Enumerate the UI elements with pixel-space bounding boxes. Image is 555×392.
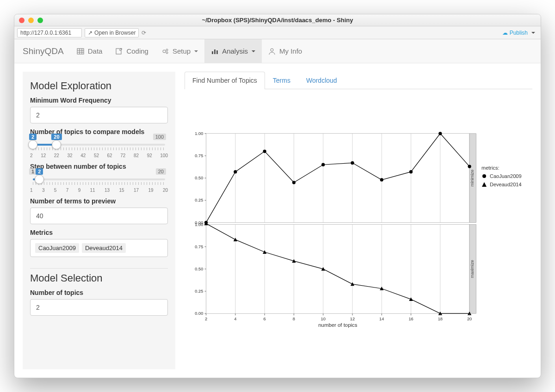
- tab-wordcloud[interactable]: Wordcloud: [298, 72, 345, 89]
- svg-text:0.50: 0.50: [195, 176, 203, 180]
- topics-chart: minimize0.000.250.500.751.00maximize0.00…: [185, 91, 481, 369]
- svg-rect-46: [206, 225, 470, 314]
- svg-point-40: [321, 163, 325, 166]
- svg-point-39: [292, 181, 296, 184]
- window-title: ~/Dropbox (SPS)/ShinyQDA/inst/daacs_demo…: [14, 17, 541, 24]
- step-slider[interactable]: 1 2 20 13579111315171920: [30, 178, 168, 193]
- svg-point-43: [409, 170, 413, 173]
- slider-min-tip: 2: [29, 134, 37, 140]
- chevron-down-icon: [531, 32, 535, 34]
- barchart-icon: [211, 48, 218, 55]
- svg-text:0.25: 0.25: [195, 198, 203, 202]
- section-model-exploration: Model Exploration: [30, 80, 168, 92]
- metrics-select[interactable]: CaoJuan2009 Deveaud2014: [30, 239, 168, 257]
- step-label: Step between number of topics: [30, 163, 168, 170]
- svg-rect-10: [214, 49, 216, 54]
- metric-tag[interactable]: Deveaud2014: [82, 243, 126, 253]
- publish-label: Publish: [510, 30, 528, 36]
- tab-terms[interactable]: Terms: [265, 72, 298, 89]
- svg-point-44: [438, 132, 442, 135]
- svg-text:maximize: maximize: [470, 260, 475, 278]
- svg-text:2: 2: [205, 317, 207, 321]
- chevron-down-icon: [252, 50, 255, 52]
- slider-step-handle[interactable]: [35, 175, 44, 184]
- reload-icon[interactable]: ⟳: [142, 30, 146, 36]
- svg-text:20: 20: [467, 317, 472, 321]
- nav-myinfo[interactable]: My Info: [262, 39, 308, 63]
- svg-text:16: 16: [408, 317, 413, 321]
- metric-tag[interactable]: CaoJuan2009: [35, 243, 79, 253]
- svg-rect-0: [77, 49, 84, 54]
- open-browser-button[interactable]: ↗ Open in Browser: [85, 28, 139, 37]
- titlebar: ~/Dropbox (SPS)/ShinyQDA/inst/daacs_demo…: [14, 14, 541, 26]
- slider-step-val: 2: [36, 168, 43, 175]
- svg-point-41: [351, 161, 354, 165]
- svg-point-8: [166, 52, 168, 54]
- app-window: ~/Dropbox (SPS)/ShinyQDA/inst/daacs_demo…: [14, 14, 541, 378]
- chevron-down-icon: [194, 50, 198, 52]
- minimize-window-button[interactable]: [28, 18, 34, 23]
- user-icon: [268, 48, 276, 55]
- legend-label: Deveaud2014: [490, 182, 522, 187]
- legend-item: CaoJuan2009: [481, 173, 532, 179]
- svg-point-38: [263, 150, 266, 153]
- main-panel: Find Number of Topics Terms Wordcloud mi…: [185, 72, 532, 369]
- svg-text:12: 12: [350, 317, 355, 321]
- svg-text:6: 6: [264, 317, 266, 321]
- slider-val-tip: 20: [51, 134, 62, 140]
- publish-button[interactable]: ☁ Publish: [500, 29, 538, 37]
- ntopics-slider[interactable]: 2 20 100 2122232425262728292100: [30, 144, 168, 158]
- gears-icon: [161, 48, 169, 55]
- circle-icon: [481, 173, 487, 179]
- open-browser-label: Open in Browser: [94, 30, 136, 36]
- svg-point-100: [482, 174, 486, 178]
- ntopics2-label: Number of topics: [30, 289, 168, 296]
- slider-max-tip: 100: [153, 134, 166, 140]
- svg-point-12: [271, 49, 273, 51]
- ntopics-compare-label: Number of topics to compare models: [30, 128, 168, 135]
- svg-text:8: 8: [293, 317, 295, 321]
- app-brand: ShinyQDA: [20, 39, 70, 63]
- svg-point-6: [163, 50, 166, 53]
- slider-step-max: 20: [156, 168, 166, 175]
- tabset: Find Number of Topics Terms Wordcloud: [185, 72, 532, 89]
- nav-analysis[interactable]: Analysis: [204, 39, 262, 63]
- svg-rect-9: [212, 51, 213, 54]
- ntopics2-input[interactable]: [30, 299, 168, 316]
- nav-myinfo-label: My Info: [279, 47, 302, 55]
- min-word-freq-label: Minimum Word Frequency: [30, 97, 168, 104]
- close-window-button[interactable]: [19, 18, 25, 23]
- svg-text:1.00: 1.00: [195, 222, 203, 227]
- svg-point-42: [380, 178, 383, 181]
- slider-handle-max[interactable]: [52, 140, 61, 149]
- svg-point-7: [166, 49, 168, 51]
- cloud-icon: ☁: [502, 30, 508, 36]
- nterms-input[interactable]: [30, 208, 168, 224]
- nav-analysis-label: Analysis: [222, 47, 248, 55]
- nterms-label: Number of terms to preview: [30, 197, 168, 205]
- navbar: ShinyQDA Data Coding Setup Analysis My I…: [14, 39, 541, 63]
- url-display: http://127.0.0.1:6361: [17, 28, 82, 37]
- nav-coding[interactable]: Coding: [109, 39, 155, 63]
- svg-text:minimize: minimize: [470, 170, 475, 187]
- slider-handle-min[interactable]: [28, 140, 37, 149]
- table-icon: [77, 48, 84, 55]
- triangle-icon: [481, 182, 487, 187]
- nav-setup-label: Setup: [173, 47, 191, 55]
- tab-find-topics[interactable]: Find Number of Topics: [185, 72, 265, 89]
- min-word-freq-input[interactable]: [30, 107, 168, 123]
- nav-data[interactable]: Data: [70, 39, 109, 63]
- browser-toolbar: http://127.0.0.1:6361 ↗ Open in Browser …: [14, 26, 541, 39]
- legend-label: CaoJuan2009: [490, 173, 522, 179]
- svg-rect-11: [216, 50, 218, 54]
- nav-setup[interactable]: Setup: [155, 39, 204, 63]
- svg-marker-101: [482, 182, 487, 187]
- svg-point-37: [234, 170, 237, 173]
- step-ticks: 13579111315171920: [30, 188, 168, 193]
- legend-title: metrics:: [481, 165, 532, 171]
- svg-text:1.00: 1.00: [195, 131, 203, 136]
- svg-text:0.75: 0.75: [195, 245, 203, 249]
- svg-rect-5: [116, 49, 121, 54]
- content: Model Exploration Minimum Word Frequency…: [14, 63, 541, 378]
- maximize-window-button[interactable]: [37, 18, 43, 23]
